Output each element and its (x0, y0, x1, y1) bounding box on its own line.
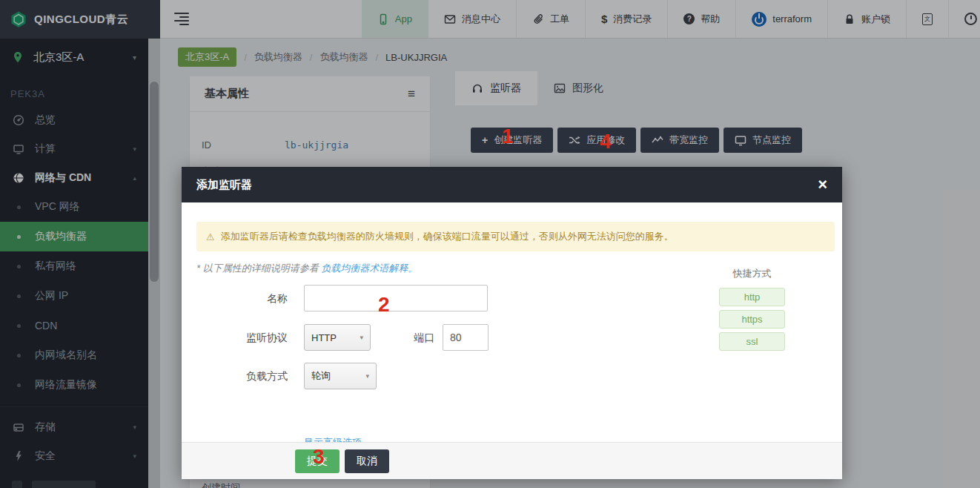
cancel-button[interactable]: 取消 (345, 449, 389, 473)
field-label-name: 名称 (196, 285, 288, 311)
field-label-port: 端口 (389, 324, 434, 351)
field-label-protocol: 监听协议 (196, 324, 288, 351)
annotation-4: 4 (600, 130, 612, 154)
port-input[interactable] (443, 324, 489, 351)
shortcut-http-button[interactable]: http (719, 288, 785, 306)
shortcut-ssl-button[interactable]: ssl (719, 332, 785, 351)
listener-name-input[interactable] (304, 285, 488, 311)
modal-footer: 提交 取消 (182, 442, 842, 479)
note-text: * 以下属性的详细说明请参看 (196, 263, 319, 274)
modal-header: 添加监听器 × (182, 167, 842, 202)
terminology-note: * 以下属性的详细说明请参看 负载均衡器术语解释。 (196, 262, 417, 275)
annotation-2: 2 (378, 293, 390, 317)
warning-text: 添加监听器后请检查负载均衡器的防火墙规则，确保该端口流量可以通过，否则从外网无法… (221, 230, 674, 243)
shortcut-https-button[interactable]: https (719, 310, 785, 329)
modal-title: 添加监听器 (196, 178, 252, 192)
protocol-select[interactable]: HTTP ▾ (304, 324, 371, 351)
annotation-1: 1 (502, 125, 514, 148)
shortcuts-label: 快捷方式 (719, 267, 785, 280)
balance-mode-select[interactable]: 轮询 ▾ (304, 363, 377, 389)
firewall-warning: ⚠ 添加监听器后请检查负载均衡器的防火墙规则，确保该端口流量可以通过，否则从外网… (196, 222, 835, 251)
field-label-balance-mode: 负载方式 (196, 363, 288, 389)
warning-triangle-icon: ⚠ (206, 231, 215, 243)
close-icon[interactable]: × (818, 177, 827, 193)
terminology-link[interactable]: 负载均衡器术语解释。 (321, 263, 417, 274)
chevron-down-icon: ▾ (365, 372, 369, 380)
modal-body: ⚠ 添加监听器后请检查负载均衡器的防火墙规则，确保该端口流量可以通过，否则从外网… (182, 202, 842, 442)
qingcloud-console-page: QINGCLOUD青云 App 消息中心 (0, 0, 980, 488)
annotation-3: 3 (313, 445, 325, 469)
balance-mode-value: 轮询 (311, 369, 331, 383)
chevron-down-icon: ▾ (360, 334, 363, 341)
protocol-value: HTTP (311, 332, 337, 343)
add-listener-modal: 添加监听器 × ⚠ 添加监听器后请检查负载均衡器的防火墙规则，确保该端口流量可以… (182, 167, 842, 479)
